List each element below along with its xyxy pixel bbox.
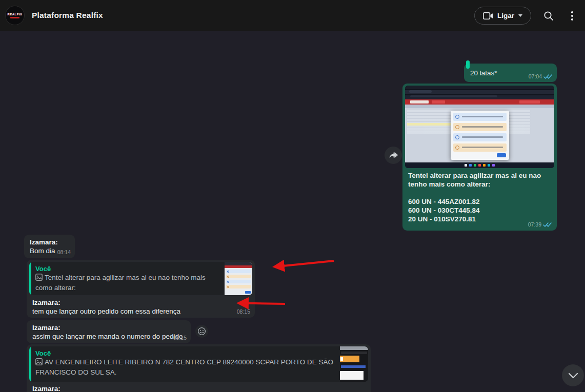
screenshot-window-titlebar (405, 86, 554, 89)
screenshot-taskbar (405, 162, 554, 168)
quote-text: AV ENGENHEIRO LEITE RIBEIRO N 782 CENTRO… (35, 358, 333, 376)
forward-arrow-icon (388, 150, 399, 161)
quote-accent-bar (29, 262, 31, 295)
outgoing-message-20-latas[interactable]: 20 latas* 07:04 (464, 64, 557, 82)
page-title: Plataforma Realfix (32, 0, 103, 31)
incoming-message-numero-pedido[interactable]: Izamara: assim que lançar me manda o num… (27, 320, 191, 343)
logo-bar (10, 17, 19, 18)
call-button-label: Ligar (497, 12, 514, 19)
quoted-message[interactable]: Você Tentei alterar para agilizar mas ai… (29, 262, 252, 295)
order-line-2: 600 UN - 030CT445.84 (408, 206, 551, 215)
message-text: 20 latas* (470, 69, 497, 77)
attached-screenshot-image[interactable] (405, 86, 554, 168)
quote-ellipsis: ... (35, 293, 219, 295)
quoted-message[interactable]: Você AV ENGENHEIRO LEITE RIBEIRO N 782 C… (29, 346, 368, 382)
add-reaction-button[interactable] (195, 325, 208, 338)
double-check-read-icon (543, 74, 552, 79)
chat-area: 20 latas* 07:04 (0, 31, 585, 392)
app-header: REALFIX Plataforma Realfix Ligar (0, 0, 585, 31)
app-logo[interactable]: REALFIX (5, 6, 25, 25)
incoming-message-with-quote-2[interactable]: Você AV ENGENHEIRO LEITE RIBEIRO N 782 C… (27, 344, 371, 392)
message-text: assim que lançar me manda o numero do pe… (32, 332, 185, 341)
message-time: 08:15 (173, 335, 187, 341)
message-caption: Tentei alterar para agilizar mas ai eu n… (405, 168, 554, 189)
search-button[interactable] (542, 9, 555, 23)
incoming-message-bom-dia[interactable]: Izamara: Bom dia 08:14 (24, 235, 75, 258)
message-text: tem que lançar outro pedido com essa dif… (32, 307, 249, 316)
screenshot-address-bar (405, 95, 554, 99)
quote-thumbnail-image[interactable] (340, 346, 368, 382)
sender-name: Izamara: (32, 298, 249, 307)
message-time: 07:39 (528, 221, 541, 228)
quote-thumbnail-image[interactable] (225, 262, 252, 295)
photo-icon (35, 274, 43, 283)
chat-app: REALFIX Plataforma Realfix Ligar (0, 0, 585, 392)
outgoing-message-image[interactable]: Tentei alterar para agilizar mas ai eu n… (402, 84, 557, 231)
kebab-menu-icon (571, 11, 573, 20)
search-icon (543, 10, 554, 22)
message-time: 08:15 (237, 308, 250, 315)
sender-name: Izamara: (32, 323, 185, 332)
quote-accent-bar (29, 346, 31, 382)
quote-text: Tentei alterar para agilizar mas ai eu n… (35, 274, 206, 292)
double-check-read-icon (543, 222, 552, 228)
quote-bar-remnant (466, 60, 470, 69)
screenshot-red-toolbar (405, 99, 554, 105)
incoming-message-with-quote-1[interactable]: Você Tentei alterar para agilizar mas ai… (27, 260, 255, 318)
chevron-down-icon (568, 373, 578, 379)
smiley-emoji-icon (197, 327, 206, 336)
screenshot-ok-button (497, 153, 506, 157)
order-line-1: 600 UN - 445AZ001.82 (408, 197, 551, 206)
message-time: 07:04 (529, 73, 542, 79)
more-options-button[interactable] (566, 9, 579, 23)
scroll-to-bottom-button[interactable] (562, 364, 584, 386)
call-button[interactable]: Ligar (474, 7, 531, 25)
message-time: 08:14 (57, 249, 71, 255)
screenshot-app-body (405, 105, 554, 164)
photo-icon (35, 358, 43, 368)
video-camera-icon (483, 12, 493, 19)
chevron-down-icon (518, 14, 522, 17)
logo-text: REALFIX (7, 13, 22, 16)
screenshot-modal-dialog (451, 111, 509, 160)
quote-sender-name: Você (35, 265, 219, 273)
sender-name: Izamara: (32, 384, 365, 392)
forward-message-button[interactable] (385, 147, 402, 164)
sender-name: Izamara: (30, 238, 69, 246)
screenshot-browser-tabs (405, 90, 554, 94)
quote-sender-name: Você (35, 349, 334, 358)
